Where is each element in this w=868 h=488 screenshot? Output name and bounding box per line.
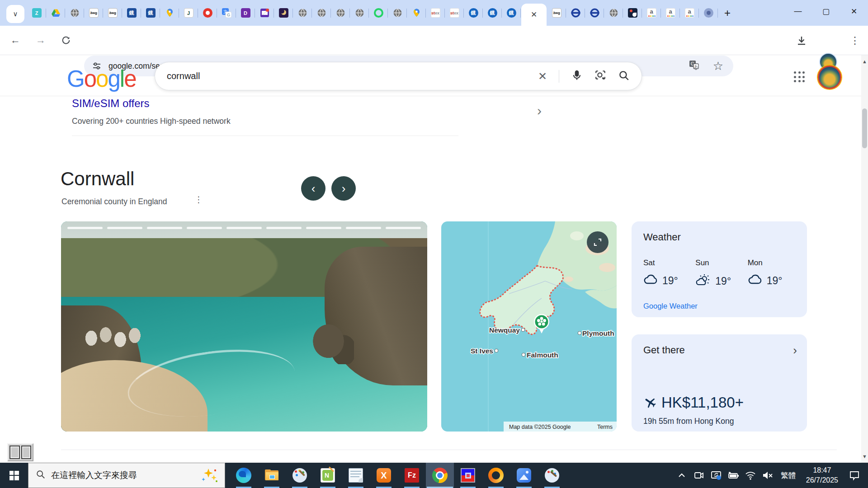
taskbar-app-firefox[interactable] <box>482 463 510 488</box>
new-tab-button[interactable]: + <box>718 4 737 22</box>
google-lens-icon[interactable] <box>594 70 606 83</box>
tray-battery-icon[interactable] <box>726 463 741 488</box>
copilot-sparkle-icon[interactable] <box>200 468 218 483</box>
tab-globe[interactable] <box>388 4 407 22</box>
photo-carousel[interactable] <box>61 221 427 432</box>
weather-day[interactable]: Sun19° <box>695 258 747 288</box>
ime-language-indicator[interactable]: 繁體 <box>777 470 800 481</box>
taskbar-app-edge[interactable] <box>230 463 258 488</box>
tab-globe[interactable] <box>604 4 623 22</box>
scrollbar-thumb[interactable] <box>862 108 867 148</box>
tab-globe[interactable] <box>331 4 350 22</box>
tab-3wg[interactable]: 3wg <box>84 4 103 22</box>
tab-globe[interactable] <box>312 4 331 22</box>
taskbar-app-chrome[interactable] <box>426 463 454 488</box>
scrollbar-down-arrow[interactable]: ▼ <box>862 454 867 459</box>
tab-3wg[interactable]: 3wg <box>547 4 566 22</box>
tab-mirror[interactable]: 鏡 <box>502 4 521 22</box>
forward-button[interactable]: → <box>33 32 49 48</box>
tab-globe[interactable] <box>350 4 369 22</box>
clear-search-icon[interactable]: ✕ <box>538 70 547 83</box>
scrollbar-up-arrow[interactable]: ▲ <box>862 59 867 64</box>
sim-offers-link[interactable]: SIM/eSIM offers <box>72 97 150 110</box>
tab-search-button[interactable]: ∨ <box>6 5 24 23</box>
taskbar-app-file-explorer[interactable] <box>258 463 286 488</box>
tray-hidden-icons-chevron[interactable] <box>674 463 689 488</box>
tab-mirror[interactable]: 鏡 <box>483 4 502 22</box>
tab-stex[interactable]: stex <box>445 4 464 22</box>
taskbar-app-photos[interactable] <box>510 463 538 488</box>
tab-mail[interactable] <box>255 4 274 22</box>
back-button[interactable]: ← <box>7 32 24 48</box>
translate-icon[interactable]: Gあ <box>689 60 699 72</box>
tab-navy-flag[interactable] <box>623 4 642 22</box>
window-maximize-button[interactable]: ▢ <box>812 0 840 23</box>
tab-cn-blue[interactable]: 鏡 <box>122 4 141 22</box>
tab-moon[interactable] <box>274 4 293 22</box>
tab-maps[interactable] <box>407 4 426 22</box>
get-there-card[interactable]: Get there › HK$11,180+ 19h 55m from Hong… <box>632 334 807 432</box>
weather-day[interactable]: Sat19° <box>643 258 695 288</box>
tab-globe[interactable] <box>65 4 84 22</box>
tab-cn-blue[interactable]: 鏡 <box>141 4 160 22</box>
taskbar-app-paint[interactable] <box>286 463 314 488</box>
browser-menu-kebab[interactable]: ⋮ <box>847 33 863 48</box>
tab-globe[interactable] <box>293 4 312 22</box>
search-box[interactable]: cornwall ✕ <box>155 62 642 90</box>
taskbar-app-xampp[interactable]: X <box>370 463 398 488</box>
sim-offers-chevron-icon[interactable]: › <box>537 103 542 118</box>
carousel-next-button[interactable]: › <box>331 176 356 201</box>
carousel-prev-button[interactable]: ‹ <box>301 176 326 201</box>
window-close-button[interactable]: ✕ <box>840 0 868 23</box>
weather-day[interactable]: Mon19° <box>748 258 800 288</box>
entity-menu-kebab-icon[interactable]: ⋮ <box>194 194 203 205</box>
tab-a-dots[interactable]: a <box>642 4 661 22</box>
page-scrollbar[interactable]: ▲ ▼ <box>861 55 868 463</box>
map-card[interactable]: NewquaySt IvesFalmouthPlymouth Map data … <box>441 221 617 432</box>
tab-crest[interactable] <box>699 4 718 22</box>
tab-d[interactable]: D <box>236 4 255 22</box>
tray-volume-muted-icon[interactable] <box>760 463 775 488</box>
tray-wifi-icon[interactable] <box>743 463 758 488</box>
tab-close-icon[interactable]: ✕ <box>531 10 537 19</box>
taskbar-app-tv-player[interactable] <box>454 463 482 488</box>
map-terms-link[interactable]: Terms <box>597 424 613 430</box>
tab-translate[interactable]: 文G <box>217 4 236 22</box>
tray-webcam-icon[interactable] <box>691 463 707 488</box>
search-submit-icon[interactable] <box>618 70 630 83</box>
google-account-avatar[interactable] <box>818 66 841 89</box>
window-minimize-button[interactable]: — <box>784 0 812 23</box>
tab-z[interactable]: Z <box>27 4 46 22</box>
tab-a-dots[interactable]: a <box>680 4 699 22</box>
tab-roundel[interactable] <box>566 4 585 22</box>
tab-mirror[interactable]: 鏡 <box>464 4 483 22</box>
search-query-text[interactable]: cornwall <box>167 71 538 81</box>
taskbar-app-filezilla[interactable]: Fz <box>398 463 426 488</box>
google-apps-grid-icon[interactable] <box>794 71 806 83</box>
start-button[interactable] <box>0 463 28 488</box>
tab-red-circle[interactable] <box>198 4 217 22</box>
tab-j[interactable]: J <box>179 4 198 22</box>
map-expand-button[interactable] <box>587 231 609 253</box>
taskbar-app-notepad[interactable] <box>342 463 370 488</box>
active-tab-google-search[interactable]: ✕ <box>521 4 547 26</box>
get-there-chevron-icon[interactable]: › <box>793 343 797 357</box>
taskbar-app-notepad-plus-plus[interactable]: N <box>314 463 342 488</box>
taskbar-app-paint-3d[interactable] <box>538 463 566 488</box>
downloads-button[interactable] <box>794 33 809 48</box>
tray-display-sync-icon[interactable] <box>708 463 724 488</box>
weather-card[interactable]: Weather Sat19°Sun19°Mon19° Google Weathe… <box>632 221 807 317</box>
tab-maps[interactable] <box>160 4 179 22</box>
google-logo[interactable]: Google <box>67 66 136 92</box>
action-center-button[interactable] <box>844 463 864 488</box>
bookmark-star-icon[interactable]: ☆ <box>713 59 723 73</box>
voice-search-icon[interactable] <box>571 70 583 83</box>
reload-button[interactable] <box>58 32 74 48</box>
tab-a-dots[interactable]: a <box>661 4 680 22</box>
taskbar-search-box[interactable]: 在這裡輸入文字來搜尋 <box>28 463 225 488</box>
tab-3wg[interactable]: 3wg <box>103 4 122 22</box>
screen-capture-widget[interactable] <box>7 443 33 461</box>
taskbar-clock[interactable]: 18:47 26/7/2025 <box>802 465 843 485</box>
tab-green-ring[interactable] <box>369 4 388 22</box>
tab-roundel[interactable] <box>585 4 604 22</box>
